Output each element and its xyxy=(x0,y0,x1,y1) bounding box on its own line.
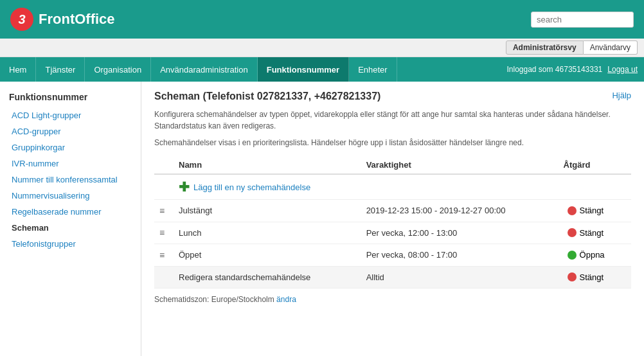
page-title: Scheman (Telefonist 027821337, +46278213… xyxy=(154,91,380,102)
drag-cell: ≡ xyxy=(154,222,174,244)
add-schema-button[interactable]: ✚ Lägg till en ny schemahändelse xyxy=(179,179,310,195)
status-dot-red xyxy=(568,272,577,281)
add-drag-cell xyxy=(154,174,174,200)
schema-table: Namn Varaktighet Åtgärd ✚ Lägg till en n… xyxy=(154,156,631,289)
default-row-duration: Alltid xyxy=(361,266,559,289)
logout-link[interactable]: Logga ut xyxy=(607,65,638,74)
timezone-change-link[interactable]: ändra xyxy=(276,295,296,304)
status-button-julstangt[interactable]: Stängt xyxy=(564,204,608,217)
default-row: Redigera standardschemahändelse Alltid S… xyxy=(154,266,631,289)
default-row-action: Stängt xyxy=(559,266,631,289)
logged-in-user: Inloggad som 46735143331 xyxy=(506,65,602,74)
help-link[interactable]: Hjälp xyxy=(612,91,631,100)
plus-icon: ✚ xyxy=(179,179,190,195)
status-dot-green xyxy=(568,251,577,260)
table-row: ≡ Lunch Per vecka, 12:00 - 13:00 Stängt xyxy=(154,222,631,244)
drag-handle-icon[interactable]: ≡ xyxy=(159,227,165,238)
row-duration: Per vecka, 12:00 - 13:00 xyxy=(361,222,559,244)
status-button-default[interactable]: Stängt xyxy=(564,271,608,283)
table-row: ≡ Öppet Per vecka, 08:00 - 17:00 Öppna xyxy=(154,244,631,267)
row-name[interactable]: Lunch xyxy=(174,222,361,244)
sidebar-item-ivr[interactable]: IVR-nummer xyxy=(0,156,141,172)
status-button-oppet[interactable]: Öppna xyxy=(564,249,609,261)
sidebar-item-acd[interactable]: ACD-grupper xyxy=(0,123,141,139)
content-header: Scheman (Telefonist 027821337, +46278213… xyxy=(154,91,631,102)
drag-handle-icon[interactable]: ≡ xyxy=(159,206,165,216)
nav-item-enheter[interactable]: Enheter xyxy=(349,57,397,82)
default-row-name[interactable]: Redigera standardschemahändelse xyxy=(174,266,361,289)
table-row: ≡ Julstängt 2019-12-23 15:00 - 2019-12-2… xyxy=(154,200,631,222)
add-row: ✚ Lägg till en ny schemahändelse xyxy=(154,174,631,200)
drag-handle-icon[interactable]: ≡ xyxy=(159,250,165,260)
sidebar-item-scheman[interactable]: Scheman xyxy=(0,220,141,236)
col-action-header: Åtgärd xyxy=(559,156,631,174)
nav-right: Inloggad som 46735143331 Logga ut xyxy=(506,65,644,74)
desc-text-2: Schemahändelser visas i en prioriterings… xyxy=(154,137,631,148)
col-drag xyxy=(154,156,174,174)
row-duration: Per vecka, 08:00 - 17:00 xyxy=(361,244,559,267)
sidebar-item-konferens[interactable]: Nummer till konferenssamtal xyxy=(0,172,141,188)
nav-left: Hem Tjänster Organisation Användaradmini… xyxy=(0,57,397,82)
desc-text-1: Konfigurera schemahändelser av typen öpp… xyxy=(154,109,631,132)
admin-view-button[interactable]: Administratörsvy xyxy=(506,40,584,55)
row-name[interactable]: Öppet xyxy=(174,244,361,267)
status-dot-red xyxy=(568,228,577,237)
top-header: 3 FrontOffice xyxy=(0,0,644,39)
drag-cell: ≡ xyxy=(154,200,174,222)
status-dot-red xyxy=(568,206,577,215)
sidebar-title: Funktionsnummer xyxy=(0,88,141,107)
nav-bar: Hem Tjänster Organisation Användaradmini… xyxy=(0,57,644,82)
row-action: Öppna xyxy=(559,244,631,267)
add-label: Lägg till en ny schemahändelse xyxy=(193,182,310,192)
sidebar: Funktionsnummer ACD Light-grupper ACD-gr… xyxy=(0,82,141,356)
row-duration: 2019-12-23 15:00 - 2019-12-27 00:00 xyxy=(361,200,559,222)
sidebar-item-gruppinkorgar[interactable]: Gruppinkorgar xyxy=(0,139,141,156)
timezone-label: Schematidszon: Europe/Stockholm xyxy=(154,295,274,304)
add-cell: ✚ Lägg till en ny schemahändelse xyxy=(174,174,631,200)
main-content: Scheman (Telefonist 027821337, +46278213… xyxy=(141,82,644,356)
status-label: Stängt xyxy=(580,206,604,215)
user-view-button[interactable]: Användarvy xyxy=(584,40,638,55)
timezone-row: Schematidszon: Europe/Stockholm ändra xyxy=(154,295,631,304)
sidebar-item-telefonistgrupper[interactable]: Telefonistgrupper xyxy=(0,236,141,252)
logo-area: 3 FrontOffice xyxy=(10,8,115,31)
nav-item-anvandaradmin[interactable]: Användaradministration xyxy=(151,57,258,82)
status-label: Öppna xyxy=(580,250,605,260)
row-name[interactable]: Julstängt xyxy=(174,200,361,222)
row-action: Stängt xyxy=(559,222,631,244)
status-label: Stängt xyxy=(580,228,604,238)
search-input[interactable] xyxy=(531,12,634,28)
col-duration-header: Varaktighet xyxy=(361,156,559,174)
default-drag-cell xyxy=(154,266,174,289)
sidebar-item-acd-light[interactable]: ACD Light-grupper xyxy=(0,107,141,123)
row-action: Stängt xyxy=(559,200,631,222)
drag-cell: ≡ xyxy=(154,244,174,267)
col-name-header: Namn xyxy=(174,156,361,174)
status-label: Stängt xyxy=(580,272,604,282)
logo-three-icon: 3 xyxy=(10,8,33,31)
view-switcher: Administratörsvy Användarvy xyxy=(0,39,644,57)
nav-item-funktionsnummer[interactable]: Funktionsnummer xyxy=(258,57,349,82)
status-button-lunch[interactable]: Stängt xyxy=(564,227,608,239)
nav-item-organisation[interactable]: Organisation xyxy=(85,57,151,82)
sidebar-item-nummervis[interactable]: Nummervisualisering xyxy=(0,188,141,204)
nav-item-tjanster[interactable]: Tjänster xyxy=(36,57,85,82)
logo-text: FrontOffice xyxy=(39,11,115,28)
main-layout: Funktionsnummer ACD Light-grupper ACD-gr… xyxy=(0,82,644,356)
nav-item-hem[interactable]: Hem xyxy=(0,57,36,82)
sidebar-item-regelbaserade[interactable]: Regelbaserade nummer xyxy=(0,204,141,220)
